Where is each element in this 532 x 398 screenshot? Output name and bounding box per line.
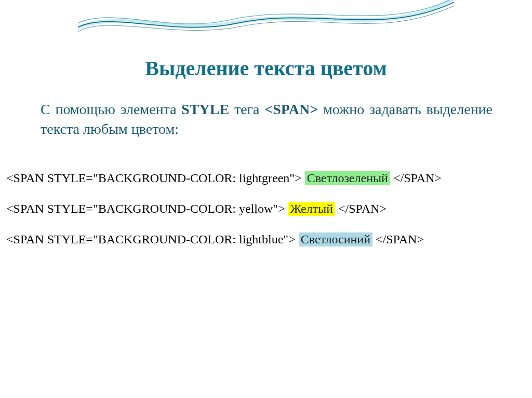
example-lightgreen: <SPAN STYLE="BACKGROUND-COLOR: lightgree… [6,171,526,185]
intro-text: С помощью элемента STYLE тега <SPAN> мож… [41,100,493,139]
example-yellow: <SPAN STYLE="BACKGROUND-COLOR: yellow"> … [6,202,526,216]
slide-title: Выделение текста цветом [0,56,532,80]
decorative-waves [0,0,532,62]
code-examples: <SPAN STYLE="BACKGROUND-COLOR: lightgree… [6,171,526,263]
example-lightblue: <SPAN STYLE="BACKGROUND-COLOR: lightblue… [6,232,526,246]
